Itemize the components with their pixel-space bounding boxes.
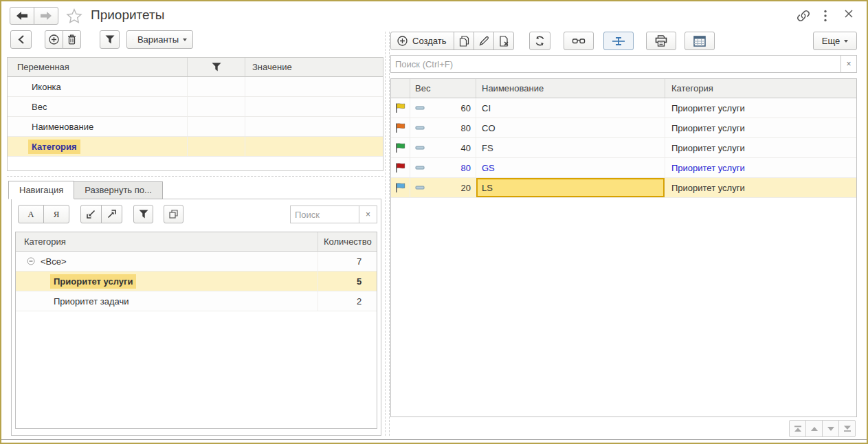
list-navigation-group (789, 420, 856, 437)
go-bottom-icon (843, 425, 852, 432)
delete-button[interactable] (63, 30, 81, 49)
sort-desc-button[interactable]: Я (43, 205, 69, 223)
close-window-button[interactable] (844, 9, 854, 19)
add-button[interactable] (45, 30, 63, 49)
column-header-weight[interactable]: Вес (410, 79, 476, 98)
table-row[interactable]: 80 CO Приоритет услуги (391, 118, 856, 138)
forward-button[interactable] (34, 7, 58, 25)
table-row[interactable]: 40 FS Приоритет услуги (391, 138, 856, 158)
open-in-window-button[interactable] (164, 205, 183, 223)
category-label: Приоритет услуги (50, 274, 136, 289)
table-row[interactable]: Иконка (8, 77, 383, 97)
column-header-variable[interactable]: Переменная (8, 58, 188, 76)
category-search-input[interactable] (290, 206, 359, 223)
copy-button[interactable] (454, 32, 474, 50)
more-menu-button[interactable] (823, 10, 827, 22)
category-value: Приоритет услуги (671, 183, 745, 193)
table-row-selected[interactable]: Приоритет услуги 5 (16, 271, 377, 291)
add-icon (397, 36, 408, 46)
chevron-down-icon (183, 38, 187, 41)
item-dash-icon (415, 165, 425, 170)
table-row[interactable]: 60 CI Приоритет услуги (391, 98, 856, 118)
table-row[interactable]: Наименование (8, 117, 383, 137)
create-button[interactable]: Создать (390, 32, 454, 50)
settings-filter-button[interactable] (100, 30, 120, 49)
vertical-splitter-line (389, 32, 390, 436)
favorite-star-icon (66, 8, 82, 24)
table-row[interactable]: Приоритет задачи 2 (16, 291, 377, 311)
weight-value: 80 (461, 163, 471, 173)
tab-label: Навигация (19, 185, 63, 195)
item-dash-icon (415, 105, 425, 111)
list-search-clear-button[interactable]: × (841, 55, 857, 73)
copy-icon (459, 36, 469, 47)
favorite-star[interactable] (66, 8, 82, 24)
hide-panel-button[interactable] (10, 30, 32, 49)
category-table-header: Категория Количество (16, 232, 377, 252)
link-icon (796, 9, 811, 23)
collapse-expand-group (80, 205, 122, 223)
settings-table-header: Переменная Значение (8, 58, 383, 77)
tab-navigation[interactable]: Навигация (8, 181, 74, 199)
column-header-category[interactable]: Категория (665, 79, 856, 98)
create-label: Создать (412, 36, 446, 46)
category-count: 2 (357, 296, 361, 307)
collapse-all-button[interactable] (80, 205, 102, 223)
category-table: Категория Количество <Все> 7 Приоритет у… (15, 232, 377, 429)
go-top-button[interactable] (789, 420, 806, 437)
tree-collapse-icon[interactable] (27, 257, 35, 265)
variable-name: Наименование (32, 122, 93, 132)
category-count: 7 (357, 256, 361, 267)
flag-icon (394, 102, 406, 113)
variants-label: Варианты (137, 34, 179, 45)
column-header-value[interactable]: Значение (245, 58, 383, 76)
expand-all-button[interactable] (101, 205, 122, 223)
category-label: <Все> (41, 256, 67, 267)
active-edit-cell[interactable]: LS (476, 178, 665, 197)
table-row[interactable]: <Все> 7 (16, 252, 377, 271)
variable-name: Вес (32, 102, 47, 112)
get-link-button[interactable] (796, 9, 811, 23)
go-down-button[interactable] (822, 420, 839, 437)
column-header-icon[interactable] (391, 79, 410, 98)
folder-icon (133, 35, 133, 44)
category-search-clear-button[interactable]: × (359, 206, 377, 223)
table-row[interactable]: Вес (8, 97, 383, 117)
horizontal-splitter[interactable] (7, 176, 383, 177)
table-row-selected[interactable]: Категория (8, 137, 383, 157)
go-down-icon (827, 425, 835, 432)
table-row[interactable]: 80 GS Приоритет услуги (391, 158, 856, 178)
column-header-count[interactable]: Количество (318, 232, 377, 251)
column-width-button[interactable] (603, 32, 634, 50)
expand-icon (107, 209, 117, 219)
view-mode-button[interactable] (564, 32, 594, 50)
print-button[interactable] (646, 32, 676, 50)
name-value: LS (482, 183, 493, 193)
chevron-down-icon (844, 40, 848, 43)
go-bottom-button[interactable] (838, 420, 856, 437)
tab-expand-by[interactable]: Развернуть по... (74, 181, 163, 199)
variants-button[interactable]: Варианты (126, 30, 193, 49)
status-bar-divider (1, 439, 867, 440)
print-icon (655, 35, 667, 47)
flag-icon (394, 162, 406, 173)
list-search-input[interactable] (390, 55, 841, 73)
category-filter-button[interactable] (133, 205, 153, 223)
column-header-name[interactable]: Наименование (476, 79, 665, 98)
sort-asc-button[interactable]: А (18, 205, 44, 223)
edit-button[interactable] (474, 32, 494, 50)
mark-deletion-button[interactable] (493, 32, 514, 50)
export-spreadsheet-button[interactable] (685, 32, 715, 50)
priorities-table-header: Вес Наименование Категория (391, 79, 856, 98)
vertical-splitter[interactable] (385, 32, 386, 436)
more-actions-button[interactable]: Еще (813, 32, 857, 50)
refresh-icon (535, 36, 545, 46)
item-dash-icon (415, 145, 425, 151)
table-row-selected[interactable]: 20 LS Приоритет услуги (391, 178, 856, 198)
back-button[interactable] (10, 7, 34, 25)
chevron-left-icon (18, 35, 24, 44)
column-header-filter[interactable] (188, 58, 245, 76)
go-up-button[interactable] (805, 420, 823, 437)
column-header-category[interactable]: Категория (16, 232, 318, 251)
refresh-button[interactable] (529, 32, 550, 50)
